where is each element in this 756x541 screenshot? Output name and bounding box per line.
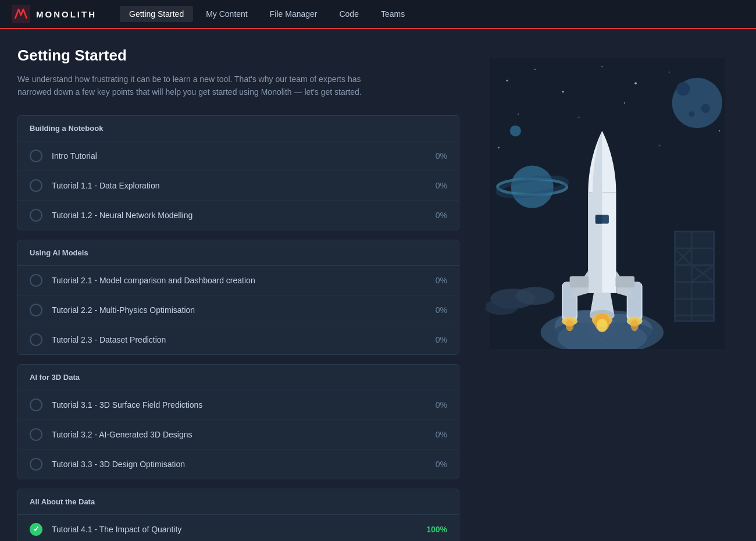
section-ai-3d: AI for 3D Data Tutorial 3.1 - 3D Surface… [17,364,459,479]
tutorial-check [30,179,42,192]
tutorial-name: Tutorial 3.3 - 3D Design Optimisation [52,460,424,469]
tutorial-name: Tutorial 1.1 - Data Exploration [52,181,424,190]
svg-point-27 [515,287,554,305]
section-using-ai-models: Using AI Models Tutorial 2.1 - Model com… [17,240,459,355]
svg-point-12 [498,147,500,148]
left-panel: Getting Started We understand how frustr… [17,47,459,541]
tutorial-name: Tutorial 3.2 - AI-Generated 3D Designs [52,430,424,439]
tutorial-row[interactable]: Intro Tutorial 0% [18,141,459,171]
svg-point-22 [511,166,554,208]
tutorial-check-completed [30,523,42,536]
tutorial-pct: 0% [424,400,447,410]
svg-point-4 [562,91,564,92]
tutorial-pct: 0% [424,305,447,315]
tutorial-name: Tutorial 2.2 - Multi-Physics Optimisatio… [52,305,424,315]
tutorial-check [30,304,42,316]
tutorial-pct: 0% [424,276,447,285]
tutorial-pct: 100% [424,525,447,534]
tutorial-name: Tutorial 2.3 - Dataset Prediction [52,335,424,344]
tutorial-row[interactable]: Tutorial 2.1 - Model comparison and Dash… [18,266,459,296]
tutorial-pct: 0% [424,460,447,469]
svg-point-25 [510,125,521,136]
tutorial-row[interactable]: Tutorial 3.2 - AI-Generated 3D Designs 0… [18,420,459,450]
tutorial-check [30,458,42,471]
rocket-illustration: + + + + [486,58,730,349]
nav-links: Getting Started My Content File Manager … [120,6,414,22]
section-building-notebook: Building a Notebook Intro Tutorial 0% Tu… [17,115,459,230]
section-header-building-notebook: Building a Notebook [18,116,459,141]
svg-point-61 [597,319,608,332]
svg-point-11 [719,130,720,131]
tutorial-row[interactable]: Tutorial 2.2 - Multi-Physics Optimisatio… [18,296,459,325]
tutorial-name: Tutorial 1.2 - Neural Network Modelling [52,211,424,220]
svg-point-2 [506,80,508,81]
tutorial-check [30,150,42,162]
tutorial-row[interactable]: Tutorial 1.2 - Neural Network Modelling … [18,201,459,230]
nav-my-content[interactable]: My Content [197,6,257,22]
tutorial-check [30,333,42,346]
svg-rect-57 [615,276,634,287]
svg-point-21 [689,111,694,117]
svg-text:+: + [658,143,662,149]
nav-file-manager[interactable]: File Manager [261,6,327,22]
section-header-ai-3d: AI for 3D Data [18,365,459,390]
tutorial-check [30,209,42,222]
tutorial-row[interactable]: Tutorial 2.3 - Dataset Prediction 0% [18,325,459,354]
tutorial-check [30,398,42,411]
section-all-about-data: All About the Data Tutorial 4.1 - The Im… [17,489,459,541]
svg-point-13 [624,102,625,104]
tutorial-name: Intro Tutorial [52,151,424,161]
tutorial-row[interactable]: Tutorial 1.1 - Data Exploration 0% [18,171,459,201]
tutorial-pct: 0% [424,335,447,344]
section-header-all-about-data: All About the Data [18,489,459,515]
monolith-logo-icon [12,5,30,23]
logo-text: MONOLITH [36,9,97,19]
tutorial-pct: 0% [424,430,447,439]
nav-getting-started[interactable]: Getting Started [120,6,193,22]
tutorial-name: Tutorial 4.1 - The Impact of Quantity [52,525,424,534]
nav-teams[interactable]: Teams [372,6,414,22]
svg-point-65 [630,320,638,331]
tutorial-pct: 0% [424,151,447,161]
svg-point-63 [566,320,573,331]
tutorial-name: Tutorial 3.1 - 3D Surface Field Predicti… [52,400,424,410]
svg-text:+: + [577,114,581,121]
svg-rect-53 [588,193,602,293]
svg-rect-56 [570,276,589,287]
tutorial-row[interactable]: Tutorial 3.3 - 3D Design Optimisation 0% [18,450,459,479]
tutorial-row[interactable]: Tutorial 4.1 - The Impact of Quantity 10… [18,515,459,541]
logo[interactable]: MONOLITH [12,5,97,23]
svg-rect-29 [675,232,714,321]
tutorial-pct: 0% [424,211,447,220]
tutorial-check [30,274,42,287]
rocket-svg: + + + + [486,58,730,349]
svg-point-28 [486,299,518,315]
svg-point-3 [534,69,536,70]
nav-code[interactable]: Code [330,6,368,22]
tutorial-check [30,428,42,441]
tutorial-row[interactable]: Tutorial 3.1 - 3D Surface Field Predicti… [18,390,459,420]
section-header-using-ai-models: Using AI Models [18,240,459,266]
page-title: Getting Started [17,47,459,65]
navbar: MONOLITH Getting Started My Content File… [0,0,756,29]
tutorial-pct: 0% [424,181,447,190]
main-content: Getting Started We understand how frustr… [0,29,756,541]
svg-point-6 [634,82,637,84]
right-panel: + + + + [477,47,739,541]
svg-point-9 [518,113,519,115]
svg-point-7 [669,72,670,73]
svg-rect-55 [595,215,602,223]
svg-point-5 [601,66,602,67]
tutorial-name: Tutorial 2.1 - Model comparison and Dash… [52,276,424,285]
svg-point-19 [676,82,690,95]
page-subtitle: We understand how frustrating it can be … [17,73,390,99]
svg-point-20 [701,104,710,113]
